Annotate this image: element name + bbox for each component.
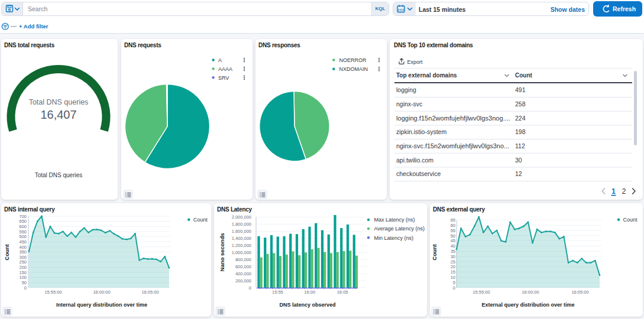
svg-text:50: 50 xyxy=(451,233,455,239)
svg-text:258: 258 xyxy=(515,100,526,108)
svg-text:10: 10 xyxy=(451,275,455,280)
svg-text:30: 30 xyxy=(515,157,522,164)
svg-text:AAAA: AAAA xyxy=(218,66,232,72)
svg-text:100: 100 xyxy=(19,275,27,280)
svg-text:Top external domains: Top external domains xyxy=(396,72,457,79)
svg-text:16:00:00: 16:00:00 xyxy=(93,289,110,295)
svg-text:Export: Export xyxy=(407,59,423,65)
svg-text:0: 0 xyxy=(249,285,251,291)
svg-text:Count: Count xyxy=(515,72,533,79)
svg-text:300: 300 xyxy=(19,255,27,260)
svg-text:16:05:00: 16:05:00 xyxy=(571,289,588,295)
svg-text:External query distribution ov: External query distribution over time xyxy=(481,302,574,308)
svg-text:nginx-svc: nginx-svc xyxy=(396,100,422,108)
svg-text:198: 198 xyxy=(515,128,526,135)
svg-text:logging: logging xyxy=(396,86,416,93)
svg-text:checkoutservice: checkoutservice xyxy=(396,170,441,177)
svg-text:15:55:00: 15:55:00 xyxy=(473,289,490,295)
svg-text:500: 500 xyxy=(19,234,27,239)
svg-text:1,400,000: 1,400,000 xyxy=(232,236,251,241)
svg-text:2,000,000: 2,000,000 xyxy=(232,214,251,220)
svg-text:api.twilio.com: api.twilio.com xyxy=(396,157,433,164)
svg-text:15:55:00: 15:55:00 xyxy=(44,289,62,295)
svg-text:60: 60 xyxy=(451,223,455,228)
svg-text:491: 491 xyxy=(515,86,526,93)
svg-text:45: 45 xyxy=(451,238,455,243)
svg-text:600,000: 600,000 xyxy=(235,264,251,269)
svg-text:12: 12 xyxy=(515,170,522,177)
svg-text:16,407: 16,407 xyxy=(40,108,76,121)
svg-text:0: 0 xyxy=(24,285,27,291)
svg-text:logging.f15n2womfujehfjlwv0lgs: logging.f15n2womfujehfjlwv0lgs3nog.... xyxy=(396,115,510,122)
svg-text:Count: Count xyxy=(4,243,10,260)
svg-text:30: 30 xyxy=(451,254,455,259)
svg-text:NXDOMAIN: NXDOMAIN xyxy=(339,66,368,72)
svg-text:NOERROR: NOERROR xyxy=(339,57,367,63)
svg-text:SRV: SRV xyxy=(218,75,229,81)
svg-text:Total DNS queries: Total DNS queries xyxy=(35,172,83,178)
svg-text:Count: Count xyxy=(193,217,208,223)
svg-text:40: 40 xyxy=(451,243,455,249)
svg-text:1: 1 xyxy=(611,187,616,196)
svg-text:1,200,000: 1,200,000 xyxy=(232,243,251,248)
svg-text:450: 450 xyxy=(19,239,27,245)
svg-text:15:55: 15:55 xyxy=(272,289,283,295)
svg-text:112: 112 xyxy=(515,142,525,149)
svg-text:zipkin.istio-system: zipkin.istio-system xyxy=(396,128,446,135)
svg-text:Nano seconds: Nano seconds xyxy=(219,233,225,272)
svg-text:Internal query distribution ov: Internal query distribution over time xyxy=(56,302,147,308)
svg-text:16:05: 16:05 xyxy=(337,289,348,295)
svg-text:Average Latency (ns): Average Latency (ns) xyxy=(374,226,425,232)
svg-text:Max Latency (ns): Max Latency (ns) xyxy=(374,217,415,223)
svg-text:200,000: 200,000 xyxy=(235,278,251,284)
svg-text:nginx-svc.f15n2womfujehfjlwv0l: nginx-svc.f15n2womfujehfjlwv0lgs3no... xyxy=(396,142,509,149)
svg-text:0: 0 xyxy=(453,285,455,291)
svg-text:600: 600 xyxy=(19,224,27,229)
svg-text:800,000: 800,000 xyxy=(235,257,251,262)
svg-text:Total DNS queries: Total DNS queries xyxy=(29,98,89,106)
svg-text:16:00: 16:00 xyxy=(304,289,315,295)
svg-text:700: 700 xyxy=(19,214,27,219)
svg-text:A: A xyxy=(218,57,222,63)
svg-text:20: 20 xyxy=(451,264,455,269)
svg-text:DNS latency observed: DNS latency observed xyxy=(279,302,335,308)
svg-text:224: 224 xyxy=(515,115,526,122)
svg-text:400: 400 xyxy=(19,245,27,250)
svg-text:15: 15 xyxy=(451,269,455,275)
svg-text:2: 2 xyxy=(622,187,626,196)
svg-text:150: 150 xyxy=(19,270,27,275)
svg-text:1,000,000: 1,000,000 xyxy=(232,250,251,255)
svg-text:1,600,000: 1,600,000 xyxy=(232,229,251,234)
svg-text:5: 5 xyxy=(453,280,455,285)
svg-text:550: 550 xyxy=(19,229,27,235)
svg-text:25: 25 xyxy=(451,259,455,265)
svg-text:350: 350 xyxy=(19,249,27,255)
svg-text:250: 250 xyxy=(19,259,27,265)
svg-text:16:00:00: 16:00:00 xyxy=(522,289,539,295)
svg-text:Count: Count xyxy=(431,243,438,260)
svg-text:650: 650 xyxy=(19,219,27,224)
svg-text:16:05:00: 16:05:00 xyxy=(141,289,158,295)
svg-text:400,000: 400,000 xyxy=(235,271,251,276)
svg-text:Count: Count xyxy=(623,217,638,223)
svg-text:1,800,000: 1,800,000 xyxy=(232,222,251,227)
svg-text:Min Latency (ns): Min Latency (ns) xyxy=(374,235,414,241)
svg-text:35: 35 xyxy=(451,249,455,254)
svg-text:200: 200 xyxy=(19,265,27,270)
svg-text:50: 50 xyxy=(22,280,27,285)
svg-text:65: 65 xyxy=(451,217,455,223)
svg-text:55: 55 xyxy=(451,228,455,233)
